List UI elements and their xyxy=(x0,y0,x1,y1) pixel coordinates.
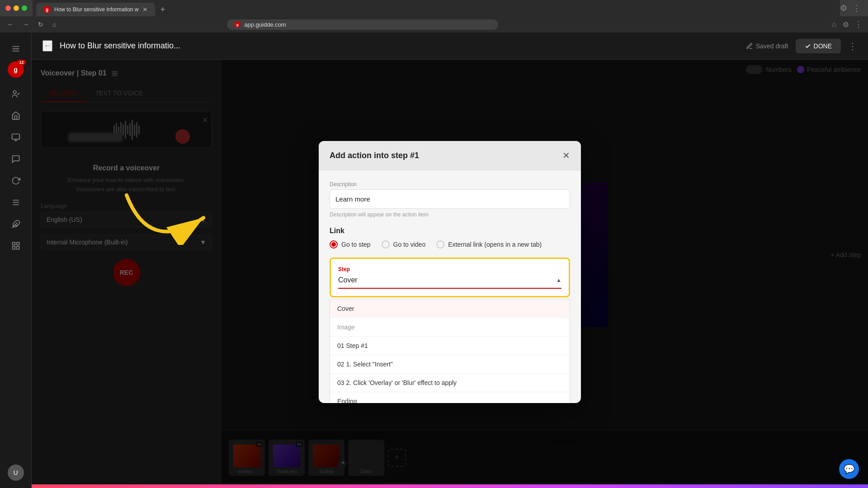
profile-icon[interactable]: ⋮ xyxy=(853,3,861,13)
tab-close-icon[interactable]: ✕ xyxy=(142,6,148,13)
modal-overlay: Add action into step #1 ✕ Description De… xyxy=(32,60,868,484)
step-dropdown-list: Cover Image 01 Step #1 02 1. Select "Ins… xyxy=(330,299,570,403)
dropdown-item-ending[interactable]: Ending xyxy=(330,392,570,403)
modal-close-button[interactable]: ✕ xyxy=(562,150,570,161)
step-arrow-icon: ▲ xyxy=(556,277,561,283)
svg-rect-4 xyxy=(12,134,19,140)
notification-badge: 12 xyxy=(17,60,25,65)
sidebar-item-home[interactable] xyxy=(7,107,25,125)
reload-button[interactable]: ↻ xyxy=(36,19,45,30)
radio-circle-external xyxy=(436,240,444,249)
url-input[interactable]: g app.guidde.com xyxy=(227,19,498,30)
svg-point-3 xyxy=(13,91,16,94)
dropdown-item-step3[interactable]: 03 2. Click 'Overlay' or 'Blur' effect t… xyxy=(330,374,570,392)
extension-icon[interactable]: ⚙ xyxy=(840,3,847,13)
sidebar-item-history[interactable] xyxy=(7,237,25,255)
description-field: Description Description will appear on t… xyxy=(330,181,570,218)
window-close-btn[interactable] xyxy=(5,5,11,11)
step-underline xyxy=(338,288,561,289)
tab-title: How to Blur sensitive information w xyxy=(54,6,139,13)
dropdown-item-step2[interactable]: 02 1. Select "Insert" xyxy=(330,355,570,374)
user-avatar[interactable]: U xyxy=(8,465,24,481)
radio-label-video: Go to video xyxy=(393,241,426,248)
modal-title: Add action into step #1 xyxy=(330,151,419,160)
sidebar-item-puzzle[interactable] xyxy=(7,215,25,233)
dropdown-item-step1[interactable]: 01 Step #1 xyxy=(330,337,570,355)
sidebar-item-add-user[interactable] xyxy=(7,85,25,103)
back-nav-button[interactable]: ← xyxy=(5,19,15,30)
home-button[interactable]: ⌂ xyxy=(51,19,58,30)
radio-circle-step xyxy=(330,240,338,249)
sidebar-item-chat[interactable] xyxy=(7,150,25,168)
description-hint: Description will appear on the action it… xyxy=(330,211,570,218)
sidebar: g 12 U xyxy=(0,33,32,488)
modal-header: Add action into step #1 ✕ xyxy=(319,141,581,170)
radio-circle-video xyxy=(382,240,390,249)
sidebar-item-video[interactable] xyxy=(7,128,25,146)
radio-group: Go to step Go to video External link (op… xyxy=(330,240,570,249)
chat-support-button[interactable]: 💬 xyxy=(839,459,859,479)
bookmark-icon[interactable]: ☆ xyxy=(831,20,837,29)
radio-label-external: External link (opens in a new tab) xyxy=(448,241,542,248)
step-field-label: Step xyxy=(338,266,561,272)
hamburger-menu-button[interactable] xyxy=(7,40,25,58)
back-button[interactable]: ← xyxy=(42,40,52,52)
done-button[interactable]: DONE xyxy=(796,39,841,53)
description-label: Description xyxy=(330,181,570,188)
modal-body: Description Description will appear on t… xyxy=(319,170,581,403)
browser-tab[interactable]: g How to Blur sensitive information w ✕ xyxy=(36,3,155,16)
svg-rect-10 xyxy=(12,243,15,245)
window-minimize-btn[interactable] xyxy=(14,5,19,11)
radio-dot-step xyxy=(331,242,336,247)
forward-nav-button[interactable]: → xyxy=(21,19,31,30)
gradient-footer xyxy=(32,484,868,488)
page-title: How to Blur sensitive informatio... xyxy=(60,41,739,51)
link-section: Link Go to step Go t xyxy=(330,227,570,249)
brand-logo: g 12 xyxy=(8,61,24,78)
step-select[interactable]: Cover ▲ xyxy=(338,276,561,284)
sidebar-item-settings[interactable] xyxy=(7,193,25,211)
radio-go-to-step[interactable]: Go to step xyxy=(330,240,371,249)
step-value: Cover xyxy=(338,276,358,284)
saved-draft-label: Saved draft xyxy=(746,42,788,50)
radio-go-to-video[interactable]: Go to video xyxy=(382,240,426,249)
radio-label-step: Go to step xyxy=(341,241,371,248)
dropdown-item-cover[interactable]: Cover xyxy=(330,300,570,318)
tab-favicon: g xyxy=(43,6,51,13)
new-tab-button[interactable]: + xyxy=(157,3,169,16)
url-text: app.guidde.com xyxy=(244,21,286,28)
svg-rect-12 xyxy=(12,247,15,249)
app-header: ← How to Blur sensitive informatio... Sa… xyxy=(32,33,868,60)
menu-icon[interactable]: ⋮ xyxy=(854,19,863,29)
site-favicon: g xyxy=(234,21,241,28)
link-label: Link xyxy=(330,227,570,235)
svg-rect-11 xyxy=(16,243,19,245)
more-options-button[interactable]: ⋮ xyxy=(848,41,857,52)
description-input[interactable] xyxy=(330,189,570,209)
dropdown-item-image[interactable]: Image xyxy=(330,318,570,337)
window-maximize-btn[interactable] xyxy=(22,5,27,11)
address-bar: ← → ↻ ⌂ g app.guidde.com ☆ ⚙ ⋮ xyxy=(0,16,868,33)
radio-external-link[interactable]: External link (opens in a new tab) xyxy=(436,240,542,249)
extensions-icon[interactable]: ⚙ xyxy=(843,20,849,29)
modal-dialog: Add action into step #1 ✕ Description De… xyxy=(319,141,581,403)
step-dropdown-container: Step Cover ▲ xyxy=(330,258,570,297)
sidebar-item-refresh[interactable] xyxy=(7,172,25,190)
svg-rect-13 xyxy=(16,247,19,249)
